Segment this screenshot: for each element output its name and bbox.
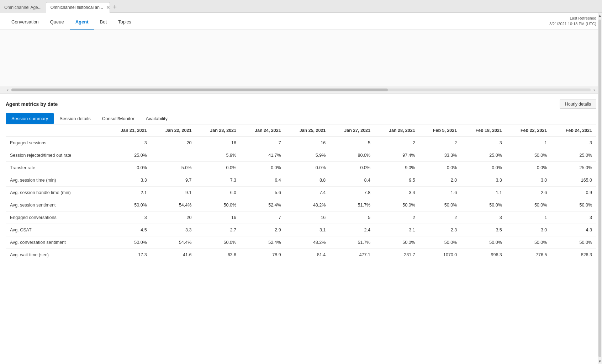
cell-1-3: 41.7% (241, 149, 285, 162)
cell-2-1: 5.0% (151, 162, 196, 174)
cell-4-6: 3.4 (375, 187, 419, 199)
cell-1-0: 25.0% (106, 149, 151, 162)
add-tab-button[interactable]: + (110, 2, 120, 12)
cell-3-9: 3.0 (506, 174, 551, 187)
vertical-scroll-thumb (598, 20, 601, 357)
cell-9-8: 996.3 (461, 249, 506, 261)
sub-tab-session-summary[interactable]: Session summary (6, 113, 54, 124)
cell-9-6: 231.7 (375, 249, 419, 261)
row-label-0: Engaged sessions (6, 137, 106, 149)
cell-8-6: 50.0% (375, 236, 419, 249)
cell-3-1: 9.7 (151, 174, 196, 187)
cell-8-5: 51.7% (330, 236, 375, 249)
scroll-track[interactable] (11, 89, 591, 91)
cell-6-9: 1 (506, 212, 551, 224)
cell-6-4: 16 (285, 212, 330, 224)
row-label-4: Avg. session handle time (min) (6, 187, 106, 199)
cell-5-2: 50.0% (196, 199, 241, 212)
row-label-2: Transfer rate (6, 162, 106, 174)
cell-8-9: 50.0% (506, 236, 551, 249)
column-header-Jan-27--2021: Jan 27, 2021 (330, 124, 375, 137)
cell-8-8: 50.0% (461, 236, 506, 249)
cell-1-5: 80.0% (330, 149, 375, 162)
cell-3-2: 7.3 (196, 174, 241, 187)
cell-0-7: 2 (419, 137, 461, 149)
table-row: Transfer rate0.0%5.0%0.0%0.0%0.0%0.0%9.0… (6, 162, 596, 174)
cell-6-7: 2 (419, 212, 461, 224)
cell-3-3: 6.4 (241, 174, 285, 187)
cell-2-7: 0.0% (419, 162, 461, 174)
sub-tab-session-details[interactable]: Session details (54, 113, 96, 124)
cell-5-5: 51.7% (330, 199, 375, 212)
cell-7-6: 3.1 (375, 224, 419, 236)
cell-1-6: 97.4% (375, 149, 419, 162)
nav-topics[interactable]: Topics (112, 15, 137, 30)
browser-tab-1[interactable]: Omnichannel Age... (0, 2, 46, 13)
hourly-details-button[interactable]: Hourly details (560, 100, 596, 109)
data-table-wrapper[interactable]: Jan 21, 2021Jan 22, 2021Jan 23, 2021Jan … (6, 124, 596, 261)
scroll-right-icon[interactable]: › (593, 87, 595, 92)
cell-0-8: 3 (461, 137, 506, 149)
cell-7-5: 2.4 (330, 224, 375, 236)
close-tab-icon[interactable]: ✕ (106, 5, 110, 10)
section-title: Agent metrics by date (6, 101, 58, 107)
last-refreshed: Last Refreshed 3/21/2021 10:18 PM (UTC) (549, 16, 596, 27)
cell-9-7: 1070.0 (419, 249, 461, 261)
sub-tab-availability[interactable]: Availability (140, 113, 173, 124)
vertical-scrollbar[interactable]: ▲ ▼ (598, 13, 602, 364)
column-header-Jan-23--2021: Jan 23, 2021 (196, 124, 241, 137)
cell-0-9: 1 (506, 137, 551, 149)
scroll-up-icon[interactable]: ▲ (598, 13, 602, 18)
sub-tab-consult-monitor[interactable]: Consult/Monitor (96, 113, 140, 124)
cell-0-1: 20 (151, 137, 196, 149)
cell-4-8: 1.1 (461, 187, 506, 199)
nav-queue[interactable]: Queue (44, 15, 70, 30)
column-header-label (6, 124, 106, 137)
nav-conversation[interactable]: Conversation (6, 15, 44, 30)
cell-4-5: 7.8 (330, 187, 375, 199)
cell-6-5: 5 (330, 212, 375, 224)
cell-2-2: 0.0% (196, 162, 241, 174)
cell-3-5: 8.4 (330, 174, 375, 187)
cell-0-0: 3 (106, 137, 151, 149)
section-header: Agent metrics by date Hourly details (6, 100, 596, 109)
cell-0-4: 16 (285, 137, 330, 149)
table-row: Session rejected/timed out rate25.0%5.9%… (6, 149, 596, 162)
cell-5-8: 50.0% (461, 199, 506, 212)
cell-4-1: 9.1 (151, 187, 196, 199)
browser-tab-2-label: Omnichannel historical an... (51, 5, 103, 10)
cell-6-1: 20 (151, 212, 196, 224)
cell-4-10: 0.9 (551, 187, 596, 199)
browser-tab-2[interactable]: Omnichannel historical an... ✕ (46, 2, 110, 13)
scroll-left-icon[interactable]: ‹ (7, 87, 9, 92)
cell-2-10: 25.0% (551, 162, 596, 174)
cell-0-10: 3 (551, 137, 596, 149)
table-header: Jan 21, 2021Jan 22, 2021Jan 23, 2021Jan … (6, 124, 596, 137)
cell-4-9: 2.6 (506, 187, 551, 199)
browser-tab-1-label: Omnichannel Age... (4, 5, 42, 10)
horizontal-scrollbar[interactable]: ‹ › (0, 86, 602, 93)
column-header-Feb-22--2021: Feb 22, 2021 (506, 124, 551, 137)
cell-5-3: 52.4% (241, 199, 285, 212)
nav-bot[interactable]: Bot (94, 15, 113, 30)
column-header-Jan-24--2021: Jan 24, 2021 (241, 124, 285, 137)
row-label-5: Avg. session sentiment (6, 199, 106, 212)
cell-7-3: 2.9 (241, 224, 285, 236)
scroll-down-icon[interactable]: ▼ (598, 359, 602, 364)
agent-metrics-section: Agent metrics by date Hourly details Ses… (0, 94, 602, 364)
cell-4-7: 1.6 (419, 187, 461, 199)
cell-7-9: 3.0 (506, 224, 551, 236)
cell-5-7: 50.0% (419, 199, 461, 212)
cell-2-4: 0.0% (285, 162, 330, 174)
header-row: Jan 21, 2021Jan 22, 2021Jan 23, 2021Jan … (6, 124, 596, 137)
cell-3-0: 3.3 (106, 174, 151, 187)
row-label-7: Avg. CSAT (6, 224, 106, 236)
nav-agent[interactable]: Agent (70, 15, 94, 30)
cell-5-9: 50.0% (506, 199, 551, 212)
cell-6-10: 3 (551, 212, 596, 224)
cell-8-0: 50.0% (106, 236, 151, 249)
row-label-3: Avg. session time (min) (6, 174, 106, 187)
column-header-Feb-18--2021: Feb 18, 2021 (461, 124, 506, 137)
table-row: Engaged conversations32016716522313 (6, 212, 596, 224)
add-tab-icon: + (113, 4, 117, 11)
